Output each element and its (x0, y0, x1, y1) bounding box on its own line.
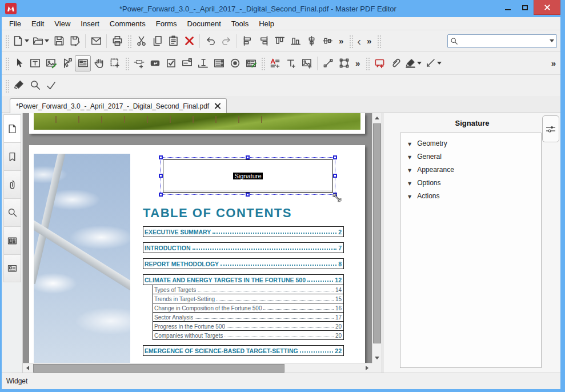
sidebar-item-search[interactable] (3, 198, 21, 226)
sidebar-item-signatures[interactable] (3, 254, 21, 282)
print-button[interactable] (109, 33, 125, 49)
toolbar-drag-handle[interactable] (5, 79, 9, 93)
menu-comments[interactable]: Comments (105, 18, 151, 29)
collapse-triangle-icon[interactable] (408, 166, 411, 174)
scroll-left-button[interactable] (23, 363, 33, 373)
add-text-button[interactable] (283, 55, 299, 71)
edit-forms-button[interactable] (59, 55, 75, 71)
highlight-text-button[interactable] (403, 55, 423, 71)
horizontal-scroll-thumb[interactable] (33, 364, 284, 373)
toc-link[interactable]: Progress in the Fortune 50020 (153, 321, 344, 331)
edit-image-button[interactable] (43, 55, 59, 71)
select-tool-button[interactable] (11, 55, 27, 71)
redo-button[interactable] (218, 33, 234, 49)
toc-link[interactable]: EMERGENCE OF SCIENCE-BASED TARGET-SETTIN… (143, 345, 344, 356)
menu-view[interactable]: View (49, 18, 75, 29)
zoom-tool-button[interactable] (27, 78, 43, 94)
toc-link[interactable]: CLIMATE AND ENERGY TARGETS IN THE FORTUN… (143, 274, 344, 285)
section-options[interactable]: Options (400, 176, 541, 189)
vertical-scrollbar[interactable] (372, 113, 382, 363)
toc-link[interactable]: Trends in Target-Setting15 (153, 294, 344, 303)
select-area-button[interactable] (107, 55, 123, 71)
hand-tool-button[interactable] (91, 55, 107, 71)
add-link-button[interactable] (131, 55, 147, 71)
sidebar-item-bookmarks[interactable] (3, 142, 21, 170)
document-view[interactable]: Signature (23, 113, 372, 363)
toc-link[interactable]: REPORT METHODOLOGY8 (143, 258, 344, 269)
minimize-button[interactable] (499, 0, 516, 15)
menu-forms[interactable]: Forms (151, 18, 182, 29)
vertical-scroll-track[interactable] (372, 344, 382, 353)
scroll-right-button[interactable] (362, 363, 372, 373)
search-combo[interactable] (447, 34, 557, 48)
marker-tool-button[interactable] (11, 78, 27, 94)
section-actions[interactable]: Actions (400, 189, 541, 202)
forms-list-button[interactable] (75, 55, 91, 71)
toc-link[interactable]: Change in Composition of the Fortune 500… (153, 303, 344, 313)
scroll-down-button[interactable] (372, 353, 382, 363)
scroll-up-button[interactable] (372, 113, 382, 123)
undo-button[interactable] (202, 33, 218, 49)
toc-link[interactable]: EXECUTIVE SUMMARY2 (143, 226, 344, 237)
listbox-field-button[interactable] (211, 55, 227, 71)
signature-field-button[interactable] (243, 55, 259, 71)
collapse-triangle-icon[interactable] (408, 179, 411, 187)
signature-field-selection[interactable]: Signature (161, 157, 335, 195)
close-button[interactable] (534, 0, 560, 15)
sidebar-item-form-fields[interactable] (3, 226, 21, 254)
toolbar-overflow-button[interactable]: » (335, 36, 347, 46)
back-button[interactable]: ‹ (355, 35, 363, 47)
toc-link[interactable]: Types of Targets14 (153, 285, 344, 294)
toolbar-drag-handle[interactable] (127, 34, 131, 48)
toolbar-drag-handle[interactable] (376, 34, 381, 48)
add-image-button[interactable] (299, 55, 315, 71)
draw-line-button[interactable] (320, 55, 336, 71)
toc-link[interactable]: Sector Analysis17 (153, 312, 344, 322)
copy-button[interactable] (149, 33, 165, 49)
tab-close-icon[interactable] (214, 103, 221, 109)
draw-rectangle-button[interactable] (336, 55, 352, 71)
collapse-triangle-icon[interactable] (408, 192, 411, 200)
align-top-button[interactable] (271, 33, 287, 49)
chevron-down-icon[interactable] (437, 62, 442, 65)
toolbar-drag-handle[interactable] (348, 34, 353, 48)
align-left-button[interactable] (239, 33, 255, 49)
selection-handle[interactable] (159, 174, 163, 178)
menu-insert[interactable]: Insert (75, 18, 105, 29)
strikeout-line-button[interactable] (423, 55, 443, 71)
horizontal-scrollbar[interactable] (23, 363, 372, 373)
menu-tools[interactable]: Tools (226, 18, 254, 29)
open-file-button[interactable] (31, 33, 51, 49)
toolbar-drag-handle[interactable] (261, 57, 265, 70)
send-email-button[interactable] (88, 33, 104, 49)
delete-button[interactable] (181, 33, 197, 49)
collapse-triangle-icon[interactable] (408, 153, 411, 161)
toolbar-drag-handle[interactable] (365, 57, 370, 70)
center-horizontally-button[interactable] (303, 33, 319, 49)
toolbar-overflow-button[interactable]: » (352, 58, 363, 68)
toolbar-overflow-button[interactable]: » (548, 58, 559, 68)
add-bulleted-text-button[interactable] (267, 55, 283, 71)
toc-link[interactable]: Companies without Targets20 (153, 330, 344, 340)
radio-field-button[interactable] (227, 55, 243, 71)
selection-handle[interactable] (333, 174, 337, 178)
chevron-down-icon[interactable] (417, 62, 422, 65)
toolbar-drag-handle[interactable] (5, 34, 9, 48)
edit-text-button[interactable] (27, 55, 43, 71)
center-vertically-button[interactable] (319, 33, 335, 49)
menu-edit[interactable]: Edit (26, 18, 49, 29)
toolbar-drag-handle[interactable] (125, 57, 129, 70)
toolbar-drag-handle[interactable] (5, 57, 9, 70)
selection-handle[interactable] (246, 155, 250, 159)
selection-handle[interactable] (333, 155, 337, 159)
section-appearance[interactable]: Appearance (400, 163, 541, 176)
selection-handle[interactable] (159, 193, 163, 197)
document-tab[interactable]: *Power_Forward_3.0_-_April_2017_-_Digita… (10, 98, 227, 113)
menu-help[interactable]: Help (254, 18, 279, 29)
search-input[interactable] (458, 37, 548, 45)
align-bottom-button[interactable] (287, 33, 303, 49)
cut-button[interactable] (133, 33, 149, 49)
attach-file-button[interactable] (387, 55, 403, 71)
paste-button[interactable] (165, 33, 181, 49)
combobox-field-button[interactable] (179, 55, 195, 71)
